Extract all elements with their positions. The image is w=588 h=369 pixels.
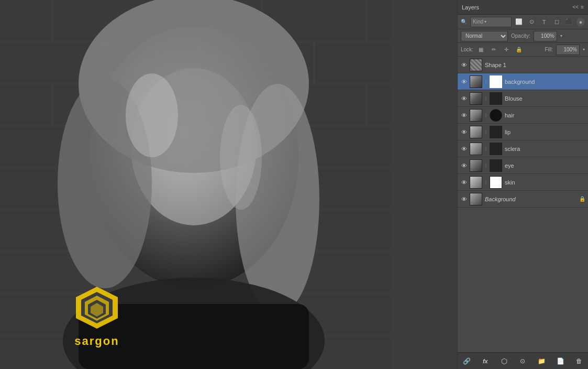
link-layer-btn[interactable]: 🔗 <box>461 355 472 367</box>
panel-header-controls: << ≡ <box>572 4 584 10</box>
svg-point-26 <box>220 105 262 210</box>
layer-chain-lip: ⋮ <box>484 129 488 134</box>
layer-visibility-bg-locked[interactable]: 👁 <box>460 195 468 203</box>
layer-thumb-shape1 <box>470 59 482 71</box>
svg-point-25 <box>126 73 178 157</box>
layer-visibility-blouse[interactable]: 👁 <box>460 94 468 103</box>
opacity-dropdown-arrow[interactable]: ▾ <box>560 34 562 38</box>
layer-visibility-eye[interactable]: 👁 <box>460 161 468 170</box>
layers-panel: Layers << ≡ 🔍 Kind ▾ ⬜ ⊙ T ◻ ⬛ ● Normal … <box>457 0 588 369</box>
fill-label: Fill: <box>545 47 553 52</box>
opacity-label: Opacity: <box>511 33 530 39</box>
lock-row: Lock: ▦ ✏ ✛ 🔒 Fill: ▾ <box>458 43 588 57</box>
layer-item-eye[interactable]: 👁 ⋮ eye <box>458 157 588 174</box>
layer-thumb-eye <box>470 159 482 172</box>
panel-menu-icon[interactable]: ≡ <box>581 4 584 10</box>
layer-chain-skin: ⋮ <box>484 180 488 184</box>
layer-thumb-bg-locked <box>470 193 482 205</box>
new-group-btn[interactable]: 📁 <box>536 355 547 367</box>
layer-mask-background <box>490 75 502 88</box>
layer-thumb-blouse <box>470 92 482 105</box>
layer-visibility-skin[interactable]: 👁 <box>460 178 468 187</box>
layer-thumb-skin <box>470 176 482 189</box>
fx-btn[interactable]: fx <box>480 355 491 367</box>
layer-chain-sclera: ⋮ <box>484 146 488 151</box>
layer-mask-sclera <box>490 143 502 155</box>
layer-name-lip: lip <box>504 129 586 135</box>
blend-opacity-row: Normal Opacity: ▾ <box>458 29 588 43</box>
filter-kind-label: Kind <box>473 19 483 25</box>
search-icon: 🔍 <box>461 19 467 25</box>
fill-dropdown-arrow[interactable]: ▾ <box>583 47 585 52</box>
layer-chain-hair: ⋮ <box>484 113 488 117</box>
layer-chain-blouse: ⋮ <box>484 96 488 101</box>
layer-name-hair: hair <box>504 112 586 118</box>
layer-item-bg-locked[interactable]: 👁 Background 🔒 <box>458 191 588 208</box>
collapse-icon[interactable]: << <box>572 4 579 10</box>
filter-toggle[interactable]: ● <box>576 18 585 26</box>
layer-mask-skin <box>490 176 502 189</box>
layer-visibility-lip[interactable]: 👁 <box>460 128 468 136</box>
filter-icon-pixel[interactable]: ⬜ <box>514 17 524 27</box>
layer-visibility-shape1[interactable]: 👁 <box>460 61 468 69</box>
layer-chain-eye: ⋮ <box>484 163 488 168</box>
new-layer-btn[interactable]: 📄 <box>554 355 566 367</box>
watermark: sargon <box>73 284 120 348</box>
lock-transparent-btn[interactable]: ▦ <box>476 45 486 55</box>
lock-position-btn[interactable]: ✛ <box>502 45 511 55</box>
filter-dropdown-arrow[interactable]: ▾ <box>484 19 486 24</box>
layer-name-sclera: sclera <box>504 146 586 152</box>
filter-row: 🔍 Kind ▾ ⬜ ⊙ T ◻ ⬛ ● <box>458 15 588 29</box>
filter-search-box[interactable]: Kind ▾ <box>470 17 512 27</box>
layer-item-hair[interactable]: 👁 ⋮ hair <box>458 107 588 124</box>
layer-item-shape1[interactable]: 👁 Shape 1 <box>458 57 588 73</box>
panel-title: Layers <box>462 4 479 10</box>
delete-layer-btn[interactable]: 🗑 <box>573 355 585 367</box>
layer-mask-hair <box>490 109 502 122</box>
canvas-image: sargon <box>0 0 392 369</box>
layer-name-shape1: Shape 1 <box>484 62 586 68</box>
fill-input[interactable] <box>556 45 580 55</box>
new-fill-layer-btn[interactable]: ⬡ <box>498 355 510 367</box>
layer-thumb-lip <box>470 126 482 138</box>
watermark-logo <box>73 284 120 332</box>
layer-item-skin[interactable]: 👁 ⋮ skin <box>458 174 588 191</box>
layer-chain-background: ⋮ <box>484 79 488 84</box>
layer-name-background: background <box>504 79 586 85</box>
layer-thumb-hair <box>470 109 482 122</box>
new-layer-mask-btn[interactable]: ⊙ <box>517 355 528 367</box>
layer-name-blouse: Blouse <box>504 95 586 102</box>
filter-icon-type[interactable]: T <box>539 17 549 27</box>
opacity-input[interactable] <box>534 31 557 41</box>
filter-icon-smart[interactable]: ⬛ <box>564 17 574 27</box>
panel-footer: 🔗 fx ⬡ ⊙ 📁 📄 🗑 <box>458 352 588 369</box>
filter-icon-shape[interactable]: ◻ <box>551 17 562 27</box>
layer-thumb-background <box>470 75 482 88</box>
layer-name-bg-locked: Background <box>484 196 577 202</box>
blend-mode-select[interactable]: Normal <box>461 31 508 41</box>
layer-item-background[interactable]: 👁 ⋮ background <box>458 73 588 90</box>
layer-visibility-sclera[interactable]: 👁 <box>460 145 468 153</box>
lock-pixels-btn[interactable]: ✏ <box>489 45 498 55</box>
layer-mask-blouse <box>490 92 502 105</box>
layer-name-eye: eye <box>504 162 586 169</box>
layer-visibility-background[interactable]: 👁 <box>460 78 468 86</box>
layer-mask-lip <box>490 126 502 138</box>
watermark-text: sargon <box>74 334 119 348</box>
layer-item-sclera[interactable]: 👁 ⋮ sclera <box>458 140 588 157</box>
layer-name-skin: skin <box>504 179 586 186</box>
layer-lock-icon-bg: 🔒 <box>579 196 586 203</box>
layer-mask-eye <box>490 159 502 172</box>
layers-list: 👁 Shape 1 👁 ⋮ background 👁 ⋮ Blouse 👁 ⋮ <box>458 57 588 352</box>
lock-all-btn[interactable]: 🔒 <box>514 45 524 55</box>
canvas-area: sargon <box>0 0 392 369</box>
lock-label: Lock: <box>461 47 473 52</box>
layer-item-blouse[interactable]: 👁 ⋮ Blouse <box>458 90 588 107</box>
layer-thumb-sclera <box>470 143 482 155</box>
layer-visibility-hair[interactable]: 👁 <box>460 111 468 120</box>
filter-icon-adjust[interactable]: ⊙ <box>526 17 537 27</box>
layer-item-lip[interactable]: 👁 ⋮ lip <box>458 124 588 140</box>
panel-header: Layers << ≡ <box>458 0 588 15</box>
